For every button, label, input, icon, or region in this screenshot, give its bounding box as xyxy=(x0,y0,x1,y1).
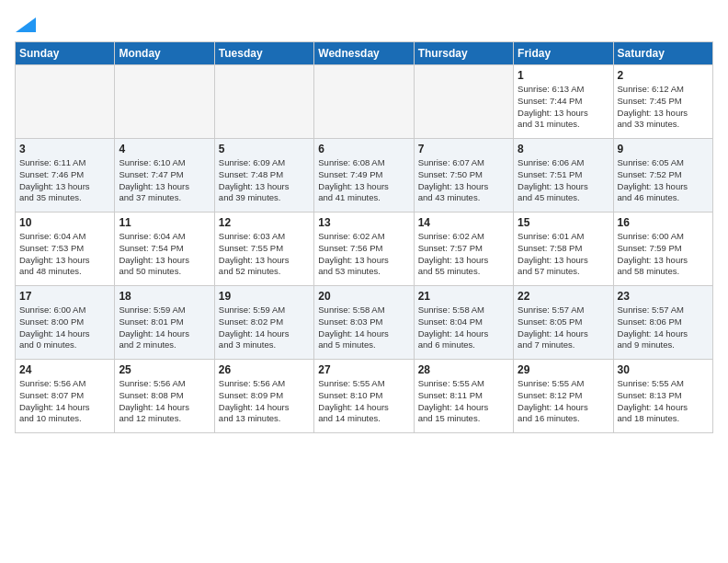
day-info: Sunrise: 6:12 AM Sunset: 7:45 PM Dayligh… xyxy=(618,84,709,131)
day-number: 2 xyxy=(618,69,709,82)
day-number: 18 xyxy=(119,290,210,303)
day-number: 21 xyxy=(418,290,509,303)
day-number: 1 xyxy=(518,69,609,82)
svg-marker-0 xyxy=(16,17,36,32)
calendar-day-cell: 28Sunrise: 5:55 AM Sunset: 8:11 PM Dayli… xyxy=(414,360,513,433)
calendar-day-cell xyxy=(414,65,513,139)
day-info: Sunrise: 5:58 AM Sunset: 8:04 PM Dayligh… xyxy=(418,304,509,351)
day-number: 8 xyxy=(518,143,609,155)
calendar-day-cell xyxy=(314,65,414,139)
day-number: 12 xyxy=(219,216,310,229)
calendar-day-cell xyxy=(214,65,313,139)
day-number: 25 xyxy=(119,363,210,376)
calendar-day-cell: 3Sunrise: 6:11 AM Sunset: 7:46 PM Daylig… xyxy=(16,139,115,213)
day-number: 16 xyxy=(618,216,709,229)
day-info: Sunrise: 5:55 AM Sunset: 8:10 PM Dayligh… xyxy=(318,378,409,425)
day-info: Sunrise: 5:56 AM Sunset: 8:07 PM Dayligh… xyxy=(19,378,110,425)
day-info: Sunrise: 6:00 AM Sunset: 7:59 PM Dayligh… xyxy=(618,231,709,278)
calendar-day-cell: 16Sunrise: 6:00 AM Sunset: 7:59 PM Dayli… xyxy=(613,213,712,286)
day-number: 11 xyxy=(119,216,210,229)
calendar-day-cell: 8Sunrise: 6:06 AM Sunset: 7:51 PM Daylig… xyxy=(514,139,613,213)
day-info: Sunrise: 5:57 AM Sunset: 8:06 PM Dayligh… xyxy=(618,304,709,351)
day-info: Sunrise: 6:05 AM Sunset: 7:52 PM Dayligh… xyxy=(618,157,709,204)
calendar-day-cell: 26Sunrise: 5:56 AM Sunset: 8:09 PM Dayli… xyxy=(214,360,313,433)
day-number: 10 xyxy=(19,216,110,229)
day-number: 23 xyxy=(618,290,709,303)
day-info: Sunrise: 6:09 AM Sunset: 7:48 PM Dayligh… xyxy=(219,157,310,204)
day-info: Sunrise: 5:56 AM Sunset: 8:08 PM Dayligh… xyxy=(119,378,210,425)
calendar-day-cell: 24Sunrise: 5:56 AM Sunset: 8:07 PM Dayli… xyxy=(16,360,115,433)
weekday-header: Tuesday xyxy=(214,42,313,65)
calendar-day-cell: 19Sunrise: 5:59 AM Sunset: 8:02 PM Dayli… xyxy=(214,286,313,360)
day-info: Sunrise: 6:02 AM Sunset: 7:56 PM Dayligh… xyxy=(318,231,409,278)
calendar-week-row: 10Sunrise: 6:04 AM Sunset: 7:53 PM Dayli… xyxy=(16,213,713,286)
weekday-header: Thursday xyxy=(414,42,513,65)
calendar-week-row: 1Sunrise: 6:13 AM Sunset: 7:44 PM Daylig… xyxy=(16,65,713,139)
calendar-day-cell: 20Sunrise: 5:58 AM Sunset: 8:03 PM Dayli… xyxy=(314,286,414,360)
calendar-day-cell: 9Sunrise: 6:05 AM Sunset: 7:52 PM Daylig… xyxy=(613,139,712,213)
day-info: Sunrise: 5:58 AM Sunset: 8:03 PM Dayligh… xyxy=(318,304,409,351)
weekday-header: Wednesday xyxy=(314,42,414,65)
calendar-table: SundayMondayTuesdayWednesdayThursdayFrid… xyxy=(15,41,713,433)
day-info: Sunrise: 5:59 AM Sunset: 8:01 PM Dayligh… xyxy=(119,304,210,351)
calendar-day-cell: 1Sunrise: 6:13 AM Sunset: 7:44 PM Daylig… xyxy=(514,65,613,139)
calendar-day-cell: 17Sunrise: 6:00 AM Sunset: 8:00 PM Dayli… xyxy=(16,286,115,360)
day-number: 13 xyxy=(318,216,409,229)
day-info: Sunrise: 6:06 AM Sunset: 7:51 PM Dayligh… xyxy=(518,157,609,204)
weekday-header: Monday xyxy=(115,42,214,65)
weekday-header: Sunday xyxy=(16,42,115,65)
day-number: 3 xyxy=(19,143,110,155)
day-number: 24 xyxy=(19,363,110,376)
day-number: 17 xyxy=(19,290,110,303)
day-info: Sunrise: 6:04 AM Sunset: 7:53 PM Dayligh… xyxy=(19,231,110,278)
day-info: Sunrise: 6:08 AM Sunset: 7:49 PM Dayligh… xyxy=(318,157,409,204)
calendar-day-cell: 12Sunrise: 6:03 AM Sunset: 7:55 PM Dayli… xyxy=(214,213,313,286)
day-info: Sunrise: 5:59 AM Sunset: 8:02 PM Dayligh… xyxy=(219,304,310,351)
day-info: Sunrise: 6:03 AM Sunset: 7:55 PM Dayligh… xyxy=(219,231,310,278)
calendar-day-cell: 4Sunrise: 6:10 AM Sunset: 7:47 PM Daylig… xyxy=(115,139,214,213)
calendar-day-cell: 7Sunrise: 6:07 AM Sunset: 7:50 PM Daylig… xyxy=(414,139,513,213)
logo-icon xyxy=(16,17,36,32)
calendar-day-cell: 5Sunrise: 6:09 AM Sunset: 7:48 PM Daylig… xyxy=(214,139,313,213)
calendar-header-row: SundayMondayTuesdayWednesdayThursdayFrid… xyxy=(16,42,713,65)
calendar-day-cell: 30Sunrise: 5:55 AM Sunset: 8:13 PM Dayli… xyxy=(613,360,712,433)
calendar-day-cell: 14Sunrise: 6:02 AM Sunset: 7:57 PM Dayli… xyxy=(414,213,513,286)
day-info: Sunrise: 6:07 AM Sunset: 7:50 PM Dayligh… xyxy=(418,157,509,204)
day-number: 20 xyxy=(318,290,409,303)
day-info: Sunrise: 5:55 AM Sunset: 8:12 PM Dayligh… xyxy=(518,378,609,425)
calendar-day-cell: 13Sunrise: 6:02 AM Sunset: 7:56 PM Dayli… xyxy=(314,213,414,286)
weekday-header: Friday xyxy=(514,42,613,65)
day-number: 4 xyxy=(119,143,210,155)
day-number: 15 xyxy=(518,216,609,229)
day-info: Sunrise: 6:02 AM Sunset: 7:57 PM Dayligh… xyxy=(418,231,509,278)
day-number: 22 xyxy=(518,290,609,303)
calendar-day-cell: 23Sunrise: 5:57 AM Sunset: 8:06 PM Dayli… xyxy=(613,286,712,360)
calendar-week-row: 17Sunrise: 6:00 AM Sunset: 8:00 PM Dayli… xyxy=(16,286,713,360)
calendar-week-row: 24Sunrise: 5:56 AM Sunset: 8:07 PM Dayli… xyxy=(16,360,713,433)
calendar-day-cell: 29Sunrise: 5:55 AM Sunset: 8:12 PM Dayli… xyxy=(514,360,613,433)
day-info: Sunrise: 5:57 AM Sunset: 8:05 PM Dayligh… xyxy=(518,304,609,351)
day-info: Sunrise: 6:04 AM Sunset: 7:54 PM Dayligh… xyxy=(119,231,210,278)
calendar-day-cell xyxy=(115,65,214,139)
day-number: 29 xyxy=(518,363,609,376)
calendar-day-cell xyxy=(16,65,115,139)
day-number: 27 xyxy=(318,363,409,376)
day-info: Sunrise: 5:56 AM Sunset: 8:09 PM Dayligh… xyxy=(219,378,310,425)
calendar-day-cell: 10Sunrise: 6:04 AM Sunset: 7:53 PM Dayli… xyxy=(16,213,115,286)
weekday-header: Saturday xyxy=(613,42,712,65)
calendar-day-cell: 27Sunrise: 5:55 AM Sunset: 8:10 PM Dayli… xyxy=(314,360,414,433)
logo xyxy=(15,15,36,34)
calendar-day-cell: 21Sunrise: 5:58 AM Sunset: 8:04 PM Dayli… xyxy=(414,286,513,360)
page-header xyxy=(15,15,713,34)
calendar-day-cell: 2Sunrise: 6:12 AM Sunset: 7:45 PM Daylig… xyxy=(613,65,712,139)
day-number: 26 xyxy=(219,363,310,376)
day-number: 6 xyxy=(318,143,409,155)
day-number: 5 xyxy=(219,143,310,155)
day-number: 28 xyxy=(418,363,509,376)
calendar-day-cell: 22Sunrise: 5:57 AM Sunset: 8:05 PM Dayli… xyxy=(514,286,613,360)
day-info: Sunrise: 6:01 AM Sunset: 7:58 PM Dayligh… xyxy=(518,231,609,278)
calendar-day-cell: 18Sunrise: 5:59 AM Sunset: 8:01 PM Dayli… xyxy=(115,286,214,360)
day-info: Sunrise: 5:55 AM Sunset: 8:13 PM Dayligh… xyxy=(618,378,709,425)
day-number: 14 xyxy=(418,216,509,229)
day-number: 30 xyxy=(618,363,709,376)
